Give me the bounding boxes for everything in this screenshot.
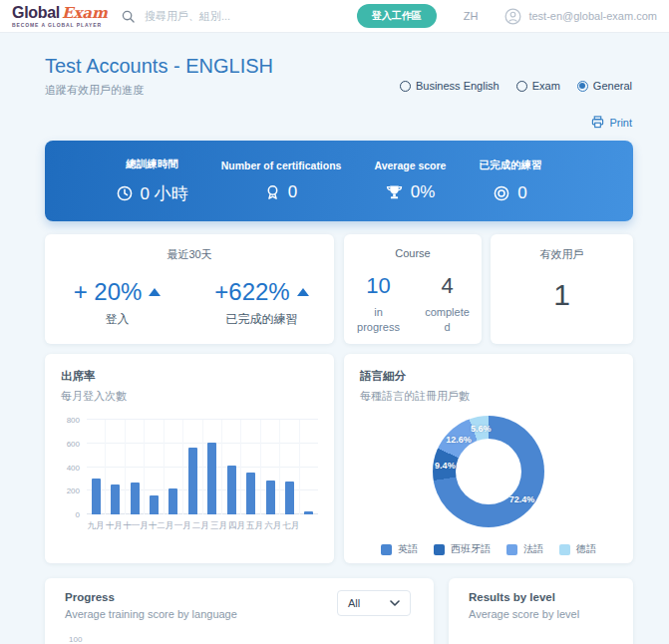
course-in-progress-label: in progress — [344, 305, 413, 336]
x-tick-label — [300, 520, 318, 532]
legend-swatch — [381, 544, 392, 555]
bar-slot — [105, 420, 124, 514]
bar[interactable] — [150, 495, 159, 514]
x-tick-label: 十二月 — [149, 520, 174, 532]
filter-radio-0[interactable]: Business English — [400, 80, 500, 92]
filter-label: Business English — [416, 80, 500, 92]
y-tick-label: 600 — [67, 439, 80, 448]
bar-slot — [87, 420, 105, 514]
card-title: Results by level — [469, 591, 613, 603]
category-filters: Business English Exam General — [400, 80, 632, 92]
x-tick-label: 十月 — [105, 520, 123, 532]
donut-segment-label: 72.4% — [509, 494, 535, 504]
donut-segment-label: 12.6% — [446, 435, 472, 445]
print-button[interactable]: Print — [591, 116, 632, 129]
legend-swatch — [434, 544, 445, 555]
bar[interactable] — [168, 488, 177, 514]
logo[interactable]: Global Exam BECOME A GLOBAL PLAYER — [12, 5, 108, 28]
bar[interactable] — [304, 511, 313, 514]
language-filter-select[interactable]: All — [337, 590, 411, 616]
stat-label: 已完成的練習 — [479, 159, 541, 172]
card-progress: Progress Average training score by langu… — [45, 578, 434, 644]
legend-item[interactable]: 德語 — [559, 542, 596, 556]
legend-item[interactable]: 西班牙語 — [434, 542, 491, 556]
printer-icon — [591, 116, 604, 129]
stat-exercises-trend: +622% 已完成的練習 — [189, 278, 334, 328]
bar-chart-xlabels: 九月十月十一月十二月一月二月三月四月五月六月七月 — [87, 520, 318, 532]
bar-slot — [240, 420, 259, 514]
trend-value: +622% — [214, 278, 289, 306]
bar-slot — [221, 420, 240, 514]
chevron-down-icon — [390, 600, 400, 606]
stat-training-time: 總訓練時間 0 小時 — [117, 158, 188, 205]
stat-certifications: Number of certifications 0 — [221, 160, 342, 202]
bar-chart-plotwrap — [87, 420, 318, 514]
bar-slot — [144, 420, 163, 514]
y-tick-label: 200 — [67, 486, 80, 495]
legend-item[interactable]: 法語 — [506, 542, 543, 556]
course-completed-value: 4 — [441, 273, 453, 299]
donut-chart: 72.4%9.4%12.6%5.6% — [433, 416, 544, 527]
bar[interactable] — [131, 483, 140, 514]
x-tick-label: 六月 — [264, 520, 282, 532]
stat-average-score: Average score 0% — [374, 160, 446, 202]
bar[interactable] — [227, 466, 236, 514]
filter-radio-2[interactable]: General — [577, 80, 632, 92]
bar[interactable] — [285, 482, 294, 514]
card-attendance-chart: 出席率 每月登入次數 0200400600800 九月十月十一月十二月一月二月三… — [45, 354, 334, 563]
clock-icon — [117, 185, 133, 201]
stat-value: 0 — [517, 183, 526, 203]
course-in-progress: 10 in progress — [344, 273, 413, 336]
logo-text-global: Global — [12, 5, 60, 21]
donut-segment-label: 5.6% — [471, 424, 492, 434]
bar[interactable] — [246, 473, 255, 514]
bar[interactable] — [111, 484, 120, 514]
trend-label: 登入 — [45, 311, 189, 328]
donut-legend: 英語西班牙語法語德語 — [360, 542, 617, 556]
bar-slot — [279, 420, 298, 514]
logo-tagline: BECOME A GLOBAL PLAYER — [12, 23, 108, 28]
legend-swatch — [559, 544, 570, 555]
target-icon — [494, 185, 509, 201]
active-users-value: 1 — [491, 278, 633, 312]
x-tick-label: 十一月 — [123, 520, 149, 532]
chart-title: 語言細分 — [360, 369, 617, 384]
filter-radio-1[interactable]: Exam — [516, 80, 560, 92]
page-title: Test Accounts - ENGLISH — [45, 55, 273, 78]
stat-value: 0 — [288, 182, 297, 202]
donut-segment-label: 9.4% — [435, 461, 456, 471]
bar[interactable] — [92, 479, 101, 514]
page-subtitle: 追蹤有效用戶的進度 — [45, 83, 144, 98]
filter-label: General — [593, 80, 632, 92]
avatar-icon — [504, 8, 521, 25]
bar-slot — [299, 420, 318, 514]
bar[interactable] — [207, 443, 216, 514]
chart-subtitle: 每種語言的註冊用戶數 — [360, 389, 617, 404]
bar-chart-plot — [87, 420, 318, 514]
user-account[interactable]: test-en@global-exam.com — [504, 8, 657, 25]
filter-label: Exam — [532, 80, 560, 92]
x-tick-label: 三月 — [209, 520, 227, 532]
bar-slot — [164, 420, 182, 514]
trend-up-icon — [297, 288, 309, 296]
language-switcher[interactable]: ZH — [464, 10, 479, 22]
chart-subtitle: 每月登入次數 — [61, 389, 318, 404]
bar-slot — [182, 420, 201, 514]
legend-label: 西班牙語 — [451, 542, 491, 556]
search-input[interactable] — [143, 9, 296, 23]
login-workspace-button[interactable]: 登入工作區 — [357, 4, 437, 28]
course-in-progress-value: 10 — [366, 273, 390, 299]
bar[interactable] — [266, 481, 275, 514]
trend-value: + 20% — [74, 278, 143, 306]
legend-item[interactable]: 英語 — [381, 542, 418, 556]
y-tick-label: 0 — [76, 510, 80, 519]
card-title: 最近30天 — [45, 247, 334, 262]
bar-slot — [260, 420, 279, 514]
stat-logins-trend: + 20% 登入 — [45, 278, 189, 328]
radio-icon — [577, 81, 588, 92]
bar[interactable] — [188, 448, 197, 514]
legend-label: 法語 — [523, 542, 543, 556]
bar-slot — [202, 420, 221, 514]
x-tick-label: 二月 — [191, 520, 209, 532]
user-email: test-en@global-exam.com — [528, 10, 657, 22]
